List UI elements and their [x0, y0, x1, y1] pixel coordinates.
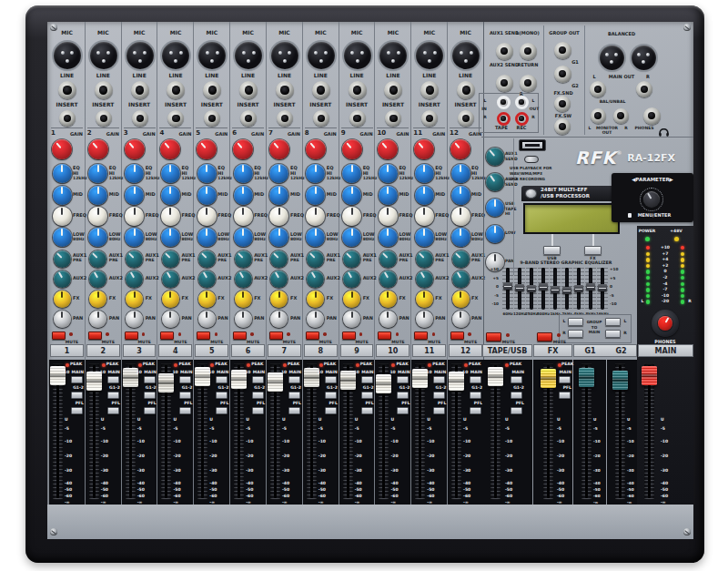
aux2-knob[interactable]: [162, 270, 179, 288]
g12-assign-button[interactable]: [107, 392, 119, 399]
fx-pfl-button[interactable]: [559, 392, 571, 399]
eq-hi-knob[interactable]: [88, 164, 107, 183]
fx-fader-cap[interactable]: [541, 369, 556, 388]
phones-level-knob[interactable]: [658, 316, 672, 331]
main-assign-button[interactable]: [252, 376, 264, 383]
eq-mid-knob[interactable]: [451, 186, 470, 205]
channel-fader-cap[interactable]: [376, 374, 391, 393]
eq-mid-knob[interactable]: [342, 186, 361, 205]
eq-freq-knob[interactable]: [306, 207, 325, 226]
aux2-knob[interactable]: [379, 270, 397, 288]
usb-mode-button[interactable]: [543, 246, 561, 255]
fx-knob[interactable]: [379, 291, 397, 308]
pan-knob[interactable]: [54, 311, 71, 328]
eq-freq-knob[interactable]: [234, 207, 253, 226]
channel-fader-cap[interactable]: [268, 372, 283, 392]
geq-slider-cap-1kHz[interactable]: [551, 286, 560, 293]
pan-knob[interactable]: [452, 311, 470, 328]
geq-slider-cap-500Hz[interactable]: [539, 283, 548, 291]
mute-button[interactable]: [378, 331, 391, 340]
g12-assign-button[interactable]: [144, 392, 156, 399]
aux2-knob[interactable]: [126, 270, 143, 288]
main-assign-button[interactable]: [397, 376, 409, 383]
main-assign-button[interactable]: [107, 376, 119, 383]
channel-fader-cap[interactable]: [158, 373, 174, 393]
eq-hi-knob[interactable]: [379, 164, 398, 183]
aux1-knob[interactable]: [162, 250, 179, 268]
eq-mid-knob[interactable]: [125, 186, 144, 205]
g2-fader-cap[interactable]: [612, 371, 628, 390]
pfl-button[interactable]: [433, 407, 445, 414]
tape-main-button[interactable]: [511, 376, 522, 383]
gain-knob[interactable]: [306, 139, 326, 159]
pfl-button[interactable]: [325, 407, 337, 414]
eq-freq-knob[interactable]: [161, 207, 180, 226]
tape-usb-hi-knob[interactable]: [486, 199, 504, 217]
aux1-knob[interactable]: [379, 250, 397, 268]
fx-main-button[interactable]: [559, 376, 571, 383]
eq-low-knob[interactable]: [234, 228, 253, 247]
eq-hi-knob[interactable]: [234, 164, 253, 183]
pfl-button[interactable]: [107, 407, 119, 414]
eq-hi-knob[interactable]: [53, 164, 72, 183]
mute-button[interactable]: [125, 331, 138, 340]
g12-assign-button[interactable]: [71, 392, 83, 399]
eq-freq-knob[interactable]: [53, 207, 72, 226]
mute-button[interactable]: [306, 331, 319, 340]
fx-knob[interactable]: [452, 291, 470, 308]
gain-knob[interactable]: [160, 139, 180, 159]
g12-assign-button[interactable]: [216, 392, 228, 399]
eq-low-knob[interactable]: [125, 228, 144, 247]
eq-low-knob[interactable]: [53, 228, 72, 247]
eq-mid-knob[interactable]: [161, 186, 180, 205]
g12-assign-button[interactable]: [470, 392, 481, 399]
g12-assign-button[interactable]: [252, 392, 264, 399]
tape-fader-cap[interactable]: [488, 367, 503, 386]
eq-low-knob[interactable]: [197, 228, 217, 247]
fx-knob[interactable]: [416, 291, 433, 308]
pan-knob[interactable]: [89, 311, 106, 328]
gain-knob[interactable]: [125, 139, 145, 159]
eq-low-knob[interactable]: [451, 228, 470, 247]
gain-knob[interactable]: [450, 139, 470, 159]
g12-assign-button[interactable]: [397, 392, 409, 399]
pfl-button[interactable]: [71, 407, 83, 414]
eq-low-knob[interactable]: [306, 228, 325, 247]
aux2-knob[interactable]: [452, 270, 470, 288]
main-assign-button[interactable]: [325, 376, 337, 383]
geq-slider-cap-4kHz[interactable]: [574, 285, 583, 292]
fx-knob[interactable]: [270, 291, 288, 308]
aux2-knob[interactable]: [89, 270, 106, 288]
eq-mid-knob[interactable]: [234, 186, 253, 205]
eq-mid-knob[interactable]: [197, 186, 217, 205]
eq-freq-knob[interactable]: [342, 207, 361, 226]
pfl-button[interactable]: [361, 407, 373, 414]
g12-assign-button[interactable]: [325, 392, 337, 399]
eq-hi-knob[interactable]: [161, 164, 180, 183]
mute-button[interactable]: [197, 331, 210, 340]
g12-assign-button[interactable]: [179, 392, 191, 399]
eq-hi-knob[interactable]: [125, 164, 144, 183]
pan-knob[interactable]: [379, 311, 397, 328]
main-assign-button[interactable]: [179, 376, 191, 383]
eq-freq-knob[interactable]: [125, 207, 144, 226]
eq-low-knob[interactable]: [161, 228, 180, 247]
mute-button[interactable]: [160, 331, 174, 340]
main-assign-button[interactable]: [433, 376, 445, 383]
g12-assign-button[interactable]: [433, 392, 445, 399]
tape-g12-button[interactable]: [511, 392, 522, 399]
eq-hi-knob[interactable]: [269, 164, 288, 183]
geq-slider-cap-2kHz[interactable]: [562, 287, 571, 294]
eq-freq-knob[interactable]: [415, 207, 434, 226]
eq-low-knob[interactable]: [88, 228, 107, 247]
aux1-knob[interactable]: [416, 250, 433, 268]
pan-knob[interactable]: [416, 311, 433, 328]
pan-knob[interactable]: [126, 311, 143, 328]
pan-knob[interactable]: [270, 311, 288, 328]
eq-low-knob[interactable]: [379, 228, 398, 247]
tape-low-knob[interactable]: [486, 225, 504, 243]
gain-knob[interactable]: [269, 139, 289, 159]
tape-aux2-send-knob[interactable]: [486, 173, 504, 191]
fx-mode-button[interactable]: [584, 246, 602, 255]
fx-knob[interactable]: [126, 291, 143, 308]
